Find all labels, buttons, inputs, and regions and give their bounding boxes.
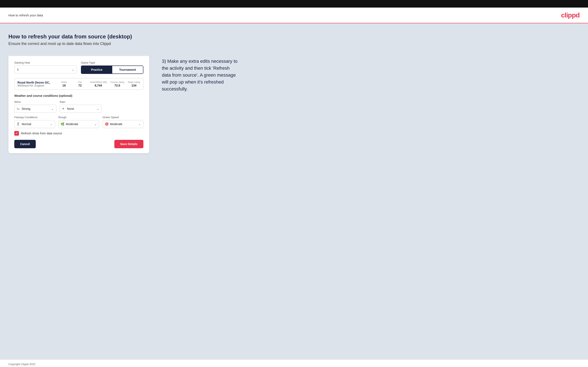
rough-label: Rough (59, 116, 99, 119)
conditions-row: Fairway Conditions 🏌 Normal ⌄ Rough 🌿 (14, 116, 143, 128)
refresh-checkbox-row: ✓ Refresh shots from data source (14, 131, 143, 136)
content-layout: Starting Hole 1 ⌄ Game Type Practice Tou… (9, 54, 579, 153)
par-stat: Par 72 (74, 81, 86, 87)
course-info: Royal North Devon GC, Westward Ho!, Engl… (17, 81, 54, 87)
wind-group: Wind 🌬 Strong ⌄ (14, 100, 56, 113)
button-row: Cancel Save Details (14, 140, 143, 148)
footer: Copyright Clippd 2022 (0, 360, 588, 367)
form-card: Starting Hole 1 ⌄ Game Type Practice Tou… (9, 54, 149, 153)
card-top-strip (9, 54, 149, 56)
top-bar (0, 0, 588, 8)
course-table: Royal North Devon GC, Westward Ho!, Engl… (14, 78, 143, 90)
green-speed-select-wrapper: 🎯 Moderate ⌄ (103, 120, 143, 128)
rain-group: Rain ☀ None ⌄ (60, 100, 102, 113)
course-name: Royal North Devon GC, (17, 81, 54, 84)
starting-hole-game-type-row: Starting Hole 1 ⌄ Game Type Practice Tou… (14, 61, 143, 74)
green-speed-group: Green Speed 🎯 Moderate ⌄ (103, 116, 143, 128)
slope-rating-value: 134 (131, 84, 136, 87)
logo: clippd (561, 11, 579, 19)
wind-select[interactable]: Strong (14, 105, 56, 113)
yards-stat: Yards/White (M)) 6,744 (90, 81, 107, 87)
page-heading: How to refresh your data from source (de… (9, 33, 579, 40)
save-details-button[interactable]: Save Details (114, 140, 144, 148)
green-speed-select[interactable]: Moderate (103, 120, 143, 128)
slope-rating-stat: Slope rating 134 (128, 81, 140, 87)
slope-rating-label: Slope rating (128, 81, 140, 83)
course-rating-stat: Course rating 72.5 (110, 81, 124, 87)
header-title: How to refresh your data (9, 13, 43, 17)
copyright-text: Copyright Clippd 2022 (9, 363, 35, 366)
rain-label: Rain (60, 100, 102, 103)
course-rating-label: Course rating (110, 81, 124, 83)
rain-select-wrapper: ☀ None ⌄ (60, 105, 102, 113)
main-content: How to refresh your data from source (de… (0, 23, 588, 360)
rain-select[interactable]: None (60, 105, 102, 113)
holes-label: Holes (61, 81, 67, 83)
rough-select[interactable]: Moderate (59, 120, 99, 128)
holes-stat: Holes 18 (58, 81, 70, 87)
starting-hole-group: Starting Hole 1 ⌄ (14, 61, 77, 74)
yards-value: 6,744 (95, 84, 102, 87)
fairway-label: Fairway Conditions (14, 116, 55, 119)
starting-hole-label: Starting Hole (14, 61, 77, 64)
game-type-group: Game Type Practice Tournament (81, 61, 143, 74)
course-table-row: Royal North Devon GC, Westward Ho!, Engl… (15, 78, 143, 90)
refresh-checkbox[interactable]: ✓ (14, 131, 19, 136)
refresh-checkbox-label: Refresh shots from data source (21, 132, 62, 135)
course-rating-value: 72.5 (114, 84, 120, 87)
holes-value: 18 (62, 84, 66, 87)
game-type-toggle: Practice Tournament (81, 66, 143, 74)
starting-hole-select[interactable]: 1 (14, 66, 77, 74)
starting-hole-select-wrapper: 1 ⌄ (14, 66, 77, 74)
rough-select-wrapper: 🌿 Moderate ⌄ (59, 120, 99, 128)
par-value: 72 (78, 84, 82, 87)
wind-label: Wind (14, 100, 56, 103)
side-text: 3) Make any extra edits necessary to the… (162, 54, 238, 92)
side-text-paragraph: 3) Make any extra edits necessary to the… (162, 58, 238, 92)
cancel-button[interactable]: Cancel (14, 140, 36, 148)
wind-select-wrapper: 🌬 Strong ⌄ (14, 105, 56, 113)
par-label: Par (78, 81, 82, 83)
fairway-group: Fairway Conditions 🏌 Normal ⌄ (14, 116, 55, 128)
wind-rain-row: Wind 🌬 Strong ⌄ Rain ☀ None (14, 100, 143, 113)
rough-group: Rough 🌿 Moderate ⌄ (59, 116, 99, 128)
conditions-section-label: Weather and course conditions (optional) (14, 94, 143, 97)
game-type-label: Game Type (81, 61, 143, 64)
page-subheading: Ensure the correct and most up to date d… (9, 42, 579, 46)
tournament-toggle-button[interactable]: Tournament (112, 66, 143, 74)
course-location: Westward Ho!, England (17, 84, 54, 87)
header: How to refresh your data clippd (0, 8, 588, 23)
yards-label: Yards/White (M)) (90, 81, 107, 83)
fairway-select-wrapper: 🏌 Normal ⌄ (14, 120, 55, 128)
fairway-select[interactable]: Normal (14, 120, 55, 128)
green-speed-label: Green Speed (103, 116, 143, 119)
practice-toggle-button[interactable]: Practice (81, 66, 112, 74)
checkmark-icon: ✓ (15, 132, 18, 135)
